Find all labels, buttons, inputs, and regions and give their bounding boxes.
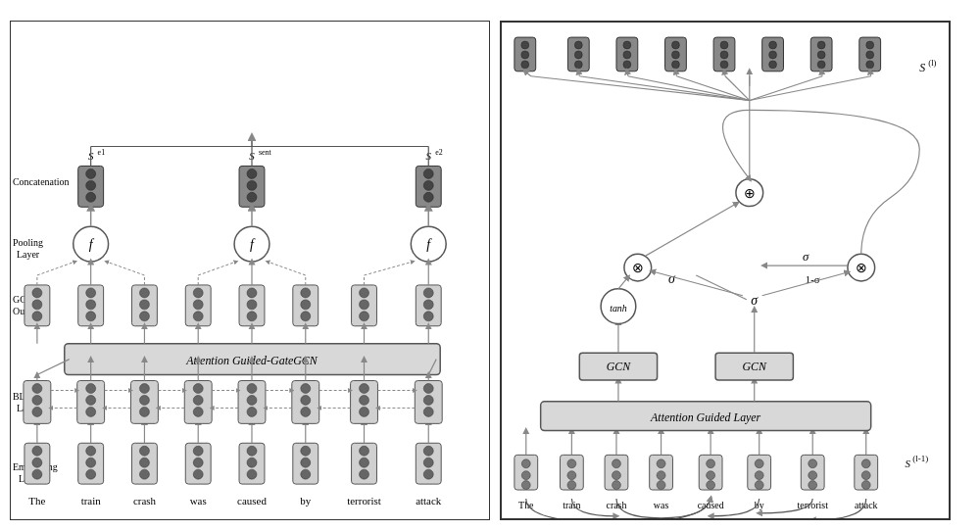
svg-point-30	[247, 469, 257, 479]
svg-point-124	[139, 312, 149, 321]
svg-point-120	[86, 312, 96, 321]
svg-point-42	[423, 469, 433, 479]
svg-point-76	[301, 407, 311, 416]
svg-point-70	[247, 384, 257, 394]
svg-point-302	[720, 61, 728, 69]
svg-point-288	[574, 41, 582, 49]
svg-text:Pooling: Pooling	[13, 237, 43, 248]
svg-point-122	[139, 288, 149, 298]
svg-text:train: train	[81, 495, 102, 507]
svg-text:σ: σ	[751, 293, 759, 308]
svg-point-126	[193, 288, 203, 298]
svg-point-176	[86, 169, 96, 178]
svg-point-221	[612, 459, 621, 468]
svg-text:tanh: tanh	[610, 303, 627, 314]
svg-point-230	[707, 471, 715, 480]
svg-point-140	[360, 312, 369, 321]
svg-point-54	[32, 384, 42, 394]
svg-point-234	[755, 471, 763, 480]
svg-point-185	[423, 180, 433, 190]
svg-point-284	[521, 41, 529, 49]
svg-point-292	[623, 41, 631, 49]
svg-point-71	[247, 395, 257, 405]
svg-point-82	[423, 384, 433, 394]
svg-text:caused: caused	[237, 495, 267, 507]
svg-point-306	[769, 61, 777, 69]
svg-point-237	[808, 459, 817, 468]
svg-point-143	[423, 300, 433, 310]
svg-point-123	[139, 300, 149, 310]
svg-point-14	[32, 469, 42, 479]
svg-point-289	[574, 51, 582, 59]
svg-point-33	[301, 458, 311, 467]
svg-point-21	[139, 458, 149, 467]
svg-point-314	[866, 61, 874, 69]
svg-point-67	[193, 395, 203, 405]
svg-point-219	[567, 481, 576, 490]
svg-point-78	[360, 384, 369, 394]
svg-point-214	[521, 471, 530, 480]
svg-point-177	[86, 180, 96, 190]
svg-point-294	[623, 61, 631, 69]
right-panel: The train crash was caused by terrorist …	[500, 21, 951, 520]
svg-point-136	[301, 312, 311, 321]
svg-point-238	[808, 471, 817, 480]
svg-text:σ: σ	[668, 271, 676, 286]
svg-point-28	[247, 446, 257, 456]
svg-point-312	[866, 41, 874, 49]
svg-point-235	[755, 481, 763, 490]
svg-text:was: was	[190, 495, 207, 507]
svg-text:S: S	[919, 61, 925, 74]
svg-text:⊕: ⊕	[744, 186, 756, 201]
svg-point-310	[817, 61, 825, 69]
svg-text:σ: σ	[803, 250, 809, 264]
svg-point-25	[193, 458, 203, 467]
svg-point-62	[139, 384, 149, 394]
svg-text:crash: crash	[133, 495, 157, 507]
svg-point-304	[769, 41, 777, 49]
svg-point-181	[247, 180, 257, 190]
svg-point-215	[521, 481, 530, 490]
svg-point-301	[720, 51, 728, 59]
svg-point-233	[755, 459, 763, 468]
svg-point-222	[612, 471, 621, 480]
svg-text:The: The	[28, 495, 45, 507]
svg-point-83	[423, 395, 433, 405]
svg-point-114	[32, 288, 42, 298]
svg-point-118	[86, 288, 96, 298]
svg-point-142	[423, 288, 433, 298]
left-panel: The train crash was caused by terrorist …	[10, 21, 490, 520]
svg-point-38	[360, 469, 369, 479]
svg-point-313	[866, 51, 874, 59]
svg-text:S: S	[905, 458, 910, 469]
svg-text:e1: e1	[98, 148, 106, 157]
svg-point-186	[423, 192, 433, 202]
svg-point-72	[247, 407, 257, 416]
svg-point-298	[671, 61, 679, 69]
svg-point-127	[193, 300, 203, 310]
svg-point-75	[301, 395, 311, 405]
svg-point-84	[423, 407, 433, 416]
svg-point-241	[861, 459, 870, 468]
svg-point-309	[817, 51, 825, 59]
svg-point-34	[301, 469, 311, 479]
svg-point-134	[301, 288, 311, 298]
svg-text:⊗: ⊗	[856, 261, 867, 275]
svg-point-300	[720, 41, 728, 49]
svg-point-59	[86, 395, 96, 405]
svg-point-79	[360, 395, 369, 405]
svg-text:sent: sent	[259, 148, 272, 157]
svg-point-29	[247, 458, 257, 467]
svg-point-17	[86, 458, 96, 467]
svg-text:Layer: Layer	[17, 249, 40, 260]
svg-text:GCN: GCN	[607, 360, 631, 373]
svg-text:⊗: ⊗	[632, 261, 644, 275]
svg-point-213	[521, 459, 530, 468]
svg-point-217	[567, 459, 576, 468]
svg-point-56	[32, 407, 42, 416]
svg-point-139	[360, 300, 369, 310]
svg-text:was: was	[654, 500, 669, 510]
svg-point-135	[301, 300, 311, 310]
svg-point-243	[861, 481, 870, 490]
svg-text:caused: caused	[698, 500, 724, 510]
